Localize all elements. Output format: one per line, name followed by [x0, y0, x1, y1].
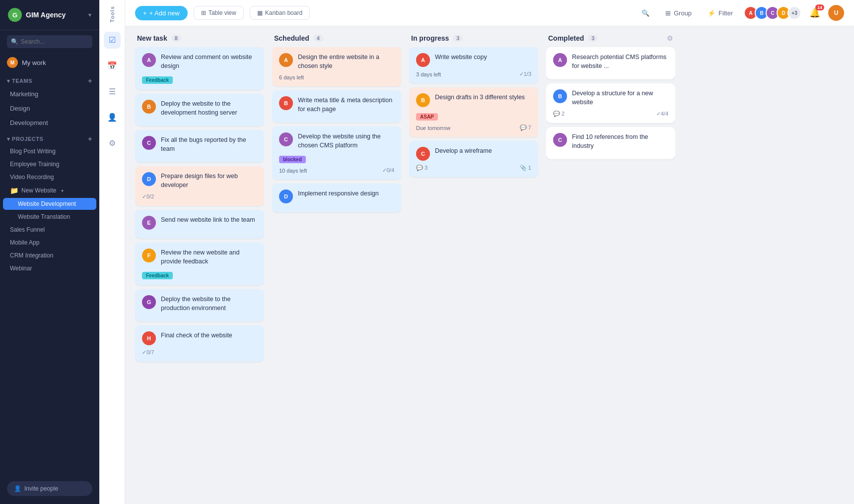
card-s1-footer: 6 days left [279, 74, 394, 80]
new-task-cards: A Review and comment on website design F… [135, 47, 264, 496]
card-s4[interactable]: D Implement responsive design [272, 184, 401, 212]
tool-person-icon[interactable]: 👤 [104, 109, 121, 126]
column-in-progress-title: In progress [411, 34, 449, 42]
sidebar-item-development[interactable]: Development [3, 116, 96, 129]
teams-section-header[interactable]: ▾ Teams + [7, 77, 92, 85]
sidebar-item-website-dev[interactable]: Website Development [3, 198, 96, 210]
card-p3[interactable]: C Develop a wireframe 💬 3 📎 1 [409, 141, 538, 177]
card-c6[interactable]: F Review the new website and provide fee… [135, 243, 264, 285]
my-work-item[interactable]: M My work [0, 53, 99, 72]
add-icon: + [143, 9, 147, 17]
add-new-button[interactable]: + + Add new [135, 6, 188, 20]
card-c6-avatar: F [142, 249, 156, 262]
kanban-view-label: Kanban board [265, 9, 302, 16]
card-comp2[interactable]: B Develop a structure for a new website … [546, 83, 675, 123]
tool-settings-icon[interactable]: ⚙ [104, 135, 121, 152]
card-p2[interactable]: B Design drafts in 3 different styles AS… [409, 87, 538, 137]
sidebar-item-crm[interactable]: CRM Integration [3, 250, 96, 261]
sidebar-item-design[interactable]: Design [3, 102, 96, 115]
filter-action[interactable]: ⚡ Filter [703, 7, 738, 19]
card-c5-header: E Send new website link to the team [142, 216, 257, 230]
sidebar-item-video[interactable]: Video Recording [3, 171, 96, 183]
scheduled-cards: A Design the entire website in a chosen … [272, 47, 401, 496]
filter-icon: ⚡ [708, 9, 715, 17]
column-in-progress: In progress 3 A Write website copy 3 day… [409, 34, 538, 496]
search-icon-topbar: 🔍 [641, 9, 649, 17]
card-p2-due: Due tomorrow [416, 125, 450, 131]
add-project-button[interactable]: + [88, 135, 92, 143]
chevron-right-icon: ▾ [61, 188, 64, 193]
sidebar-item-webinar[interactable]: Webinar [3, 262, 96, 274]
teams-label: ▾ Teams [7, 78, 32, 84]
card-s1-days: 6 days left [279, 74, 304, 80]
tool-list-icon[interactable]: ☰ [104, 83, 121, 100]
tool-calendar-icon[interactable]: 📅 [104, 58, 121, 74]
marketing-label: Marketing [10, 90, 38, 98]
webinar-label: Webinar [10, 265, 32, 272]
card-s1-header: A Design the entire website in a chosen … [279, 53, 394, 70]
card-p2-header: B Design drafts in 3 different styles [416, 93, 531, 107]
card-c1-badge: Feedback [142, 76, 173, 84]
sales-label: Sales Funnel [10, 226, 45, 233]
projects-section: ▾ Projects + [0, 130, 99, 145]
card-p3-comments: 💬 3 [416, 165, 427, 171]
card-c4[interactable]: D Prepare design files for web developer… [135, 166, 264, 206]
sidebar-item-marketing[interactable]: Marketing [3, 87, 96, 101]
tool-checkbox-icon[interactable]: ☑ [104, 32, 121, 49]
card-c4-avatar: D [142, 172, 156, 186]
notifications-button[interactable]: 🔔 14 [807, 5, 822, 20]
card-c8-checks: ✓0/7 [142, 349, 154, 356]
card-c7[interactable]: G Deploy the website to the production e… [135, 289, 264, 321]
card-p3-title: Develop a wireframe [435, 147, 492, 156]
card-c5[interactable]: E Send new website link to the team [135, 210, 264, 239]
sidebar-item-new-website[interactable]: 📁 New Website ▾ [3, 184, 96, 197]
card-comp1[interactable]: A Research potential CMS platforms for w… [546, 47, 675, 79]
search-action[interactable]: 🔍 [637, 7, 654, 19]
table-view-button[interactable]: ⊞ Table view [194, 6, 244, 20]
card-c7-header: G Deploy the website to the production e… [142, 295, 257, 313]
search-input[interactable] [7, 35, 92, 48]
avatar-more[interactable]: +3 [787, 6, 801, 20]
sidebar-logo[interactable]: G GIM Agency ▾ [0, 0, 99, 30]
card-s3-title: Develop the website using the chosen CMS… [298, 132, 394, 150]
card-s1[interactable]: A Design the entire website in a chosen … [272, 47, 401, 86]
user-avatar[interactable]: U [828, 5, 844, 21]
group-action[interactable]: ⊞ Group [660, 7, 697, 19]
card-c1[interactable]: A Review and comment on website design F… [135, 47, 264, 90]
app-logo-icon: G [8, 8, 22, 22]
card-c6-badge: Feedback [142, 272, 173, 279]
card-p3-header: C Develop a wireframe [416, 147, 531, 161]
add-team-button[interactable]: + [88, 77, 92, 85]
card-c3-title: Fix all the bugs reported by the team [161, 136, 257, 153]
invite-people-button[interactable]: 👤 Invite people [7, 481, 92, 496]
sidebar-item-website-trans[interactable]: Website Translation [3, 211, 96, 223]
card-c8-footer: ✓0/7 [142, 349, 257, 356]
column-in-progress-count: 3 [453, 35, 463, 42]
card-c3[interactable]: C Fix all the bugs reported by the team [135, 130, 264, 162]
sidebar-item-sales[interactable]: Sales Funnel [3, 224, 96, 236]
column-completed-settings-icon[interactable]: ⚙ [667, 34, 673, 42]
sidebar-item-mobile[interactable]: Mobile App [3, 237, 96, 249]
card-p2-comments: 💬 7 [520, 125, 531, 131]
sidebar-item-employee[interactable]: Employee Training [3, 158, 96, 170]
card-s2[interactable]: B Write meta title & meta description fo… [272, 90, 401, 123]
card-p1-header: A Write website copy [416, 53, 531, 67]
column-completed-count: 3 [588, 35, 598, 42]
kanban-view-button[interactable]: ▦ Kanban board [250, 6, 310, 20]
card-c2[interactable]: B Deploy the website to the development … [135, 94, 264, 126]
card-s3[interactable]: C Develop the website using the chosen C… [272, 126, 401, 180]
projects-section-header[interactable]: ▾ Projects + [7, 135, 92, 143]
invite-label: Invite people [24, 485, 58, 492]
card-p1[interactable]: A Write website copy 3 days left ✓1/3 [409, 47, 538, 83]
card-comp2-checks: ✓4/4 [656, 111, 668, 117]
card-comp3[interactable]: C Find 10 references from the industry [546, 127, 675, 159]
card-s4-title: Implement responsive design [298, 189, 379, 198]
card-p1-footer: 3 days left ✓1/3 [416, 71, 531, 77]
sidebar-item-blog[interactable]: Blog Post Writing [3, 145, 96, 157]
column-completed-title: Completed [548, 34, 584, 42]
card-c8-header: H Final check of the website [142, 331, 257, 345]
blog-label: Blog Post Writing [10, 148, 56, 155]
card-c8[interactable]: H Final check of the website ✓0/7 [135, 325, 264, 362]
card-s2-header: B Write meta title & meta description fo… [279, 96, 394, 114]
card-p2-avatar: B [416, 93, 430, 107]
